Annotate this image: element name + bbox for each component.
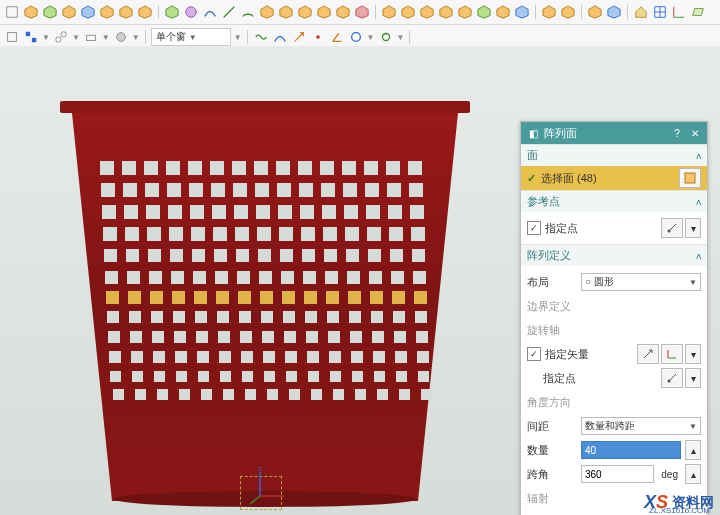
view-dropdown[interactable]: 单个窗 ▼	[151, 28, 231, 46]
cube-icon[interactable]	[42, 4, 58, 20]
cube-icon[interactable]	[278, 4, 294, 20]
svg-rect-65	[189, 183, 203, 197]
svg-marker-34	[693, 9, 704, 16]
count-step-up[interactable]: ▴	[685, 440, 701, 460]
point-pick-button[interactable]	[661, 368, 683, 388]
curve-icon[interactable]	[272, 29, 288, 45]
span-input[interactable]	[581, 465, 654, 483]
svg-marker-27	[589, 6, 601, 18]
cube-icon[interactable]	[381, 4, 397, 20]
svg-rect-221	[333, 389, 344, 400]
curve-icon[interactable]	[202, 4, 218, 20]
svg-marker-16	[356, 6, 368, 18]
cube-icon[interactable]	[61, 4, 77, 20]
svg-rect-196	[110, 371, 121, 382]
cube-icon[interactable]	[164, 4, 180, 20]
chevron-down-icon[interactable]: ▼	[397, 33, 405, 42]
svg-marker-11	[261, 6, 273, 18]
cube-icon[interactable]	[354, 4, 370, 20]
close-icon[interactable]: ✕	[689, 127, 701, 139]
cube-icon[interactable]	[606, 4, 622, 20]
cube-icon[interactable]	[297, 4, 313, 20]
cube-icon[interactable]	[514, 4, 530, 20]
cube-icon[interactable]	[335, 4, 351, 20]
chevron-down-icon[interactable]: ▼	[234, 33, 242, 42]
svg-rect-220	[311, 389, 322, 400]
count-input[interactable]	[581, 441, 681, 459]
span-step[interactable]: ▴	[685, 464, 701, 484]
vector-axis-button[interactable]	[661, 344, 683, 364]
svg-rect-126	[215, 271, 228, 284]
svg-rect-104	[389, 227, 403, 241]
spacing-dropdown[interactable]: 数量和跨距 ▼	[581, 417, 701, 435]
vector-dropdown[interactable]: ▾	[685, 344, 701, 364]
tool-icon[interactable]	[83, 29, 99, 45]
tool-icon[interactable]	[23, 29, 39, 45]
svg-rect-73	[365, 183, 379, 197]
line-icon[interactable]	[221, 4, 237, 20]
chevron-down-icon[interactable]: ▼	[367, 33, 375, 42]
section-ref-header[interactable]: 参考点 ʌ	[521, 191, 707, 212]
cube-icon[interactable]	[476, 4, 492, 20]
cube-icon[interactable]	[400, 4, 416, 20]
circle-icon[interactable]	[348, 29, 364, 45]
section-def-header[interactable]: 阵列定义 ʌ	[521, 245, 707, 266]
cube-icon[interactable]	[316, 4, 332, 20]
panel-header[interactable]: ◧ 阵列面 ? ✕	[521, 122, 707, 144]
section-face-header[interactable]: 面 ʌ	[521, 145, 707, 166]
axis-icon[interactable]	[671, 4, 687, 20]
wave-icon[interactable]	[253, 29, 269, 45]
chevron-down-icon[interactable]: ▼	[132, 33, 140, 42]
cube-icon[interactable]	[419, 4, 435, 20]
chevron-down-icon[interactable]: ▼	[102, 33, 110, 42]
svg-point-41	[116, 33, 125, 42]
cube-icon[interactable]	[118, 4, 134, 20]
point-icon[interactable]	[310, 29, 326, 45]
help-icon[interactable]: ?	[671, 127, 683, 139]
cube-icon[interactable]	[99, 4, 115, 20]
svg-rect-60	[408, 161, 422, 175]
cube-icon[interactable]	[457, 4, 473, 20]
angle-icon[interactable]	[329, 29, 345, 45]
svg-point-39	[61, 32, 66, 37]
chevron-down-icon[interactable]: ▼	[72, 33, 80, 42]
cube-icon[interactable]	[560, 4, 576, 20]
svg-rect-78	[146, 205, 160, 219]
viewport[interactable]: Z ◧ 阵列面 ? ✕ 面 ʌ	[0, 46, 720, 515]
svg-rect-36	[26, 32, 30, 36]
cube-icon[interactable]	[137, 4, 153, 20]
cube-icon[interactable]	[23, 4, 39, 20]
tool-icon[interactable]	[4, 4, 20, 20]
vector-pick-button[interactable]	[637, 344, 659, 364]
ref-point-checkbox[interactable]: ✓	[527, 221, 541, 235]
svg-marker-5	[101, 6, 113, 18]
chevron-up-icon: ʌ	[696, 251, 701, 261]
cube-icon[interactable]	[495, 4, 511, 20]
vector-checkbox[interactable]: ✓	[527, 347, 541, 361]
cube-icon[interactable]	[80, 4, 96, 20]
loop-icon[interactable]	[378, 29, 394, 45]
svg-rect-35	[8, 33, 17, 42]
point-picker-button[interactable]	[661, 218, 683, 238]
svg-rect-163	[371, 311, 383, 323]
plane-icon[interactable]	[690, 4, 706, 20]
layout-dropdown[interactable]: ○ 圆形 ▼	[581, 273, 701, 291]
cube-icon[interactable]	[438, 4, 454, 20]
grid-icon[interactable]	[652, 4, 668, 20]
sphere-icon[interactable]	[113, 29, 129, 45]
point-dropdown-2[interactable]: ▾	[685, 368, 701, 388]
arrow-icon[interactable]	[291, 29, 307, 45]
vector-label: 指定矢量	[545, 347, 633, 362]
chevron-down-icon[interactable]: ▼	[42, 33, 50, 42]
point-dropdown[interactable]: ▾	[685, 218, 701, 238]
tool-icon[interactable]	[53, 29, 69, 45]
select-face-button[interactable]	[679, 168, 701, 188]
selected-face-strip[interactable]: ✓ 选择面 (48)	[521, 166, 707, 190]
home-icon[interactable]	[633, 4, 649, 20]
cube-icon[interactable]	[259, 4, 275, 20]
tool-icon[interactable]	[4, 29, 20, 45]
sphere-icon[interactable]	[183, 4, 199, 20]
cube-icon[interactable]	[541, 4, 557, 20]
arc-icon[interactable]	[240, 4, 256, 20]
cube-icon[interactable]	[587, 4, 603, 20]
